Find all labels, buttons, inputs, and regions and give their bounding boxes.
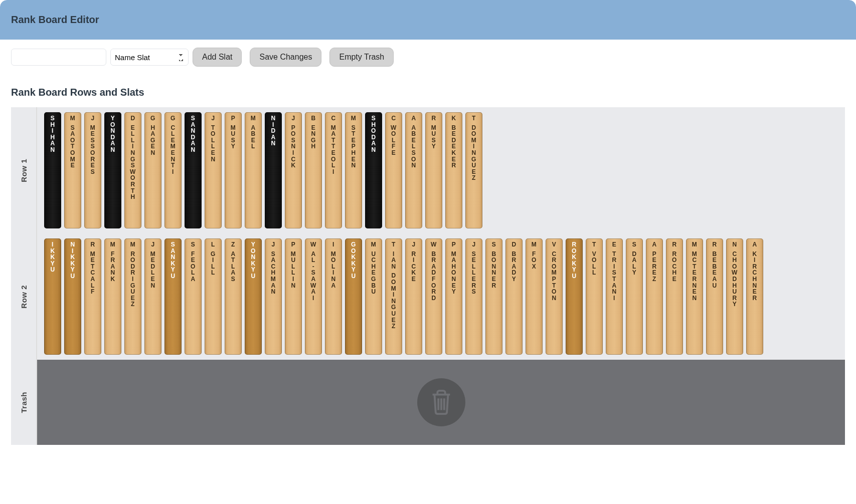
- name-slat[interactable]: SFEOLA: [185, 238, 202, 355]
- name-slat[interactable]: VCROMPTON: [546, 238, 563, 355]
- name-slat[interactable]: WAL-SAWAI: [305, 238, 322, 355]
- name-slat[interactable]: NCHOWDHURY: [726, 238, 743, 355]
- rank-slat[interactable]: SHODAN: [365, 112, 382, 228]
- rank-slat[interactable]: GOKKYU: [345, 238, 362, 355]
- page-title: Rank Board Editor: [11, 14, 845, 26]
- name-slat[interactable]: WBRADFORD: [425, 238, 442, 355]
- name-slat[interactable]: MRODRIGUEZ: [124, 238, 141, 355]
- name-slat[interactable]: AKIRCHNER: [746, 238, 763, 355]
- name-slat[interactable]: JMEDLEN: [144, 238, 161, 355]
- name-slat[interactable]: SDALY: [626, 238, 643, 355]
- name-slat[interactable]: GHAGEN: [144, 112, 161, 228]
- rank-slat[interactable]: NIDAN: [265, 112, 282, 228]
- header-bar: Rank Board Editor: [0, 0, 856, 40]
- row-2-label: Row 2: [11, 233, 37, 360]
- name-slat[interactable]: DELLINGSWORTH: [124, 112, 141, 228]
- name-slat[interactable]: RBEBEAU: [706, 238, 723, 355]
- rank-slat[interactable]: YONKYU: [245, 238, 262, 355]
- page: Rank Board Editor Name Slat Add Slat Sav…: [0, 0, 856, 460]
- name-slat[interactable]: AABELSON: [405, 112, 422, 228]
- trash-label: Trash: [11, 360, 37, 445]
- name-slat[interactable]: TDOMINGUEZ: [465, 112, 482, 228]
- toolbar: Name Slat Add Slat Save Changes Empty Tr…: [0, 40, 856, 75]
- name-slat[interactable]: MABEL: [245, 112, 262, 228]
- name-slat[interactable]: RMUSY: [425, 112, 442, 228]
- rank-slat[interactable]: IKKYU: [44, 238, 61, 355]
- slat-name-input[interactable]: [11, 49, 106, 66]
- name-slat[interactable]: TIAN DOMINGUEZ: [385, 238, 402, 355]
- rank-slat[interactable]: NIKKYU: [64, 238, 81, 355]
- name-slat[interactable]: TVOLL: [586, 238, 603, 355]
- name-slat[interactable]: ETRISTANI: [606, 238, 623, 355]
- name-slat[interactable]: JTOLLEN: [205, 112, 222, 228]
- rank-slat[interactable]: SANDAN: [185, 112, 202, 228]
- name-slat[interactable]: APEREZ: [646, 238, 663, 355]
- name-slat[interactable]: CMATTEOLI: [325, 112, 342, 228]
- row-1: Row 1 SHIHANMSAOTOMEJMESSORESYONDANDELLI…: [11, 107, 845, 233]
- name-slat[interactable]: JRICKE: [405, 238, 422, 355]
- name-slat[interactable]: MUCHEGBU: [365, 238, 382, 355]
- name-slat[interactable]: JSACHMAN: [265, 238, 282, 355]
- name-slat[interactable]: CWOLFE: [385, 112, 402, 228]
- name-slat[interactable]: LGILL: [205, 238, 222, 355]
- rows-wrap: Row 1 SHIHANMSAOTOMEJMESSORESYONDANDELLI…: [11, 107, 845, 445]
- trash-icon: [417, 378, 465, 426]
- name-slat[interactable]: SBONNER: [485, 238, 502, 355]
- name-slat[interactable]: MSTEPHEN: [345, 112, 362, 228]
- name-slat[interactable]: JPOSNICK: [285, 112, 302, 228]
- row-2-slats[interactable]: IKKYUNIKKYURMETCALFMFRANKMRODRIGUEZJMEDL…: [37, 233, 845, 360]
- empty-trash-button[interactable]: Empty Trash: [329, 48, 394, 67]
- name-slat[interactable]: BENGH: [305, 112, 322, 228]
- name-slat[interactable]: MFRANK: [104, 238, 121, 355]
- name-slat[interactable]: KBEDEKER: [445, 112, 462, 228]
- name-slat[interactable]: DBRADY: [505, 238, 523, 355]
- rank-slat[interactable]: SANKYU: [164, 238, 182, 355]
- name-slat[interactable]: ZATLAS: [225, 238, 242, 355]
- slat-type-select[interactable]: Name Slat: [110, 49, 189, 66]
- row-1-label: Row 1: [11, 107, 37, 233]
- name-slat[interactable]: PMUSY: [225, 112, 242, 228]
- name-slat[interactable]: PMAHONEY: [445, 238, 462, 355]
- name-slat[interactable]: MSAOTOME: [64, 112, 81, 228]
- row-1-slats[interactable]: SHIHANMSAOTOMEJMESSORESYONDANDELLINGSWOR…: [37, 107, 845, 233]
- rank-slat[interactable]: ROKKYU: [566, 238, 583, 355]
- name-slat[interactable]: MMCTERNEN: [686, 238, 703, 355]
- board-section: Rank Board Rows and Slats Row 1 SHIHANMS…: [0, 75, 856, 460]
- save-changes-button[interactable]: Save Changes: [250, 48, 321, 67]
- board-subtitle: Rank Board Rows and Slats: [11, 87, 845, 98]
- add-slat-button[interactable]: Add Slat: [193, 48, 242, 67]
- name-slat[interactable]: RROCHE: [666, 238, 683, 355]
- trash-dropzone[interactable]: [37, 360, 845, 445]
- name-slat[interactable]: RMETCALF: [84, 238, 101, 355]
- name-slat[interactable]: IMOLINA: [325, 238, 342, 355]
- name-slat[interactable]: GCLEMENTI: [164, 112, 182, 228]
- rank-slat[interactable]: YONDAN: [104, 112, 121, 228]
- row-2: Row 2 IKKYUNIKKYURMETCALFMFRANKMRODRIGUE…: [11, 233, 845, 360]
- rank-slat[interactable]: SHIHAN: [44, 112, 61, 228]
- name-slat[interactable]: JMESSORES: [84, 112, 101, 228]
- name-slat[interactable]: MFOX: [526, 238, 543, 355]
- name-slat[interactable]: PMULLIN: [285, 238, 302, 355]
- trash-row: Trash: [11, 360, 845, 445]
- name-slat[interactable]: JSELLERS: [465, 238, 482, 355]
